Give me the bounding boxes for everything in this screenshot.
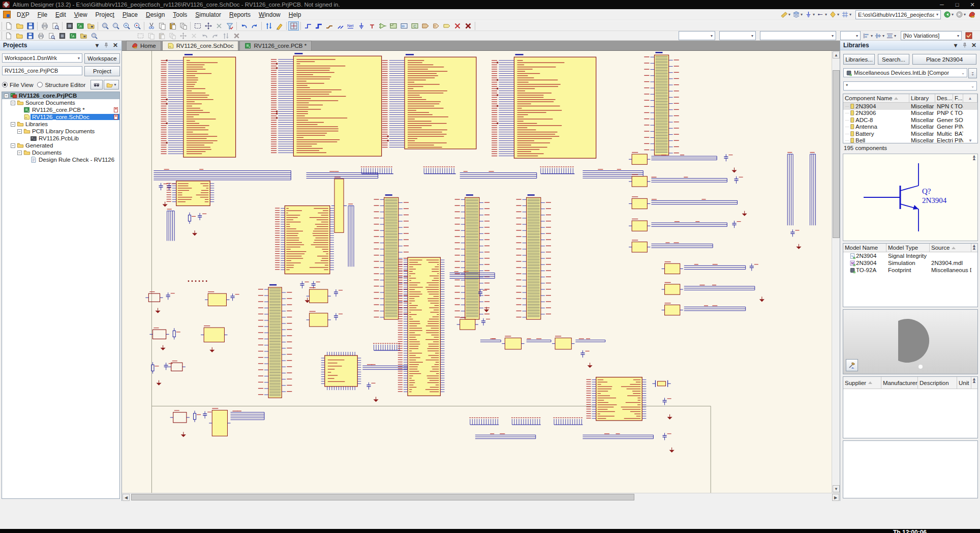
tree-row[interactable]: −PCB Library Documents xyxy=(2,128,119,135)
toolbar2-undo-button[interactable] xyxy=(199,31,210,40)
tree-row[interactable]: RV1126_core.PCB * xyxy=(2,106,119,113)
toolbar2-lib-button[interactable] xyxy=(78,31,89,40)
alignm-tool[interactable]: ▾ xyxy=(874,32,884,40)
collapse-icon[interactable]: ▲▲ xyxy=(972,245,976,250)
component-col-header[interactable]: Library xyxy=(909,94,935,102)
toolbar2-combo-3[interactable]: ▾ xyxy=(840,31,861,40)
toolbar2-new-button[interactable] xyxy=(4,31,14,40)
panel-menu-icon[interactable]: ▾ xyxy=(953,42,959,48)
search-button[interactable]: Search... xyxy=(878,54,909,65)
toolbar-navdoc-button[interactable] xyxy=(64,21,75,31)
toolbar-move-button[interactable] xyxy=(203,21,213,31)
scroll-right-icon[interactable]: ▶ xyxy=(832,494,839,501)
scroll-down-icon[interactable]: ▼ xyxy=(963,138,977,143)
menu-place[interactable]: Place xyxy=(118,10,142,20)
menu-reports[interactable]: Reports xyxy=(225,10,255,20)
schematic-canvas[interactable]: ▲ ▼ xyxy=(122,51,840,493)
panel-menu-icon[interactable]: ▾ xyxy=(94,42,100,48)
toolbar2-pastearr-button[interactable] xyxy=(167,31,178,40)
toolbar-crossprobe-button[interactable] xyxy=(288,21,299,31)
tree-row[interactable]: −RV1126_core.PrjPCB xyxy=(2,92,119,99)
toolbar-print-button[interactable] xyxy=(39,21,50,31)
toolbar-redo-button[interactable] xyxy=(249,21,260,31)
menu-project[interactable]: Project xyxy=(91,10,118,20)
component-col-header[interactable]: F... xyxy=(953,94,963,102)
library-select-combo[interactable]: Miscellaneous Devices.IntLib [Compor ⌄ xyxy=(843,68,967,77)
toolbar2-crossred-button[interactable] xyxy=(231,31,242,40)
toolbar-pcb-button[interactable] xyxy=(75,21,85,31)
vertical-scroll-thumb[interactable] xyxy=(833,70,840,238)
toolbar-sigharness-button[interactable] xyxy=(324,21,334,31)
footprint-tools-button[interactable] xyxy=(846,359,858,371)
toolbar-gndport-button[interactable] xyxy=(356,21,366,31)
component-row[interactable]: ····AntennaMiscellarGeneriPIN xyxy=(843,124,977,131)
toolbar-selrect-button[interactable] xyxy=(192,21,203,31)
toolbar-open-button[interactable] xyxy=(14,21,25,31)
menu-window[interactable]: Window xyxy=(255,10,285,20)
doc-tab-rv1126-core-pcb-[interactable]: RV1126_core.PCB * xyxy=(239,41,312,50)
structure-editor-radio[interactable]: Structure Editor xyxy=(37,82,85,88)
horizontal-scrollbar[interactable]: ◀ ▶ xyxy=(122,493,840,501)
toolbar-bus-button[interactable] xyxy=(313,21,324,31)
scroll-up-icon[interactable]: ▲ xyxy=(963,94,977,102)
expander-icon[interactable]: − xyxy=(11,101,15,105)
toolbar2-combo-2[interactable]: ▾ xyxy=(760,31,836,40)
toolbar-desel-button[interactable] xyxy=(213,21,224,31)
toolbar-noerc-button[interactable] xyxy=(452,21,463,31)
toolbar-sheetsym-button[interactable] xyxy=(388,21,399,31)
toolbar2-open-button[interactable] xyxy=(14,31,25,40)
toolbar-crossred-button[interactable] xyxy=(463,21,473,31)
toolbar-zoomfit-button[interactable] xyxy=(100,21,110,31)
tree-row[interactable]: −Source Documents xyxy=(2,99,119,106)
expander-icon[interactable]: − xyxy=(11,122,15,127)
toolbar-updown-button[interactable] xyxy=(263,21,274,31)
toolbar-preview-button[interactable] xyxy=(50,21,60,31)
pad-tool[interactable]: ▾ xyxy=(829,11,839,18)
toolbar-busentry-button[interactable] xyxy=(334,21,345,31)
toolbar2-combo-1[interactable]: ▾ xyxy=(719,31,756,40)
close-button[interactable]: ✕ xyxy=(965,0,980,9)
toolbar-cut-button[interactable] xyxy=(146,21,157,31)
menu-design[interactable]: Design xyxy=(142,10,169,20)
scroll-down-icon[interactable]: ▼ xyxy=(833,485,840,492)
close-icon[interactable]: ✕ xyxy=(112,42,118,48)
component-row[interactable]: ····2N3906MiscellarPNP GeTO- xyxy=(843,110,977,117)
close-icon[interactable]: ✕ xyxy=(971,42,977,48)
expander-icon[interactable]: − xyxy=(17,151,22,155)
maximize-button[interactable]: □ xyxy=(950,0,965,9)
toolbar-netlabel-button[interactable]: Net xyxy=(345,21,356,31)
dxp-icon[interactable] xyxy=(3,11,11,18)
expander-icon[interactable]: − xyxy=(4,94,9,98)
layers-tool[interactable]: ▾ xyxy=(792,11,803,18)
model-col-header[interactable]: Model Type xyxy=(886,244,930,252)
navigate-forward[interactable]: ▾ xyxy=(956,11,966,18)
menu-help[interactable]: Help xyxy=(285,10,305,20)
menu-simulator[interactable]: Simulator xyxy=(191,10,225,20)
component-filter-input[interactable]: *⌄ xyxy=(843,81,977,91)
toolbar-undo-button[interactable] xyxy=(238,21,249,31)
component-col-header[interactable]: Component Name xyxy=(843,94,909,102)
project-field[interactable]: RV1126_core.PrjPCB xyxy=(2,66,82,75)
toolbar2-move-button[interactable] xyxy=(178,31,189,40)
open-documents-button[interactable]: ▾ xyxy=(104,80,119,90)
toolbar2-desel-button[interactable] xyxy=(189,31,199,40)
pin-icon[interactable] xyxy=(103,42,109,48)
supplier-col-header[interactable]: Supplier xyxy=(843,377,881,389)
toolbar-port-button[interactable] xyxy=(441,21,452,31)
workspace-button[interactable]: Workspace xyxy=(84,53,120,64)
model-row[interactable]: M2N3904Simulation2N3904.mdl xyxy=(843,259,977,266)
toolbar-harnentry-button[interactable] xyxy=(431,21,441,31)
toolbar-vccport-button[interactable] xyxy=(366,21,377,31)
component-row[interactable]: ····BellMiscellarElectricPIN▼ xyxy=(843,137,977,144)
toolbar-zoomsel-button[interactable] xyxy=(121,21,132,31)
tree-row[interactable]: RV1126.PcbLib xyxy=(2,135,119,142)
navigate-back[interactable]: ▾ xyxy=(943,11,954,18)
menu-view[interactable]: View xyxy=(70,10,91,20)
supplier-col-header[interactable]: Description xyxy=(918,377,957,389)
workspace-combo[interactable]: Workspace1.DsnWrk▾ xyxy=(2,53,82,63)
pin-icon[interactable] xyxy=(962,42,968,48)
file-view-radio[interactable]: File View xyxy=(2,82,33,88)
minimize-button[interactable]: ─ xyxy=(934,0,950,9)
collapse-icon[interactable]: ▲▲ xyxy=(972,155,976,160)
horizontal-scroll-thumb[interactable] xyxy=(131,494,634,500)
